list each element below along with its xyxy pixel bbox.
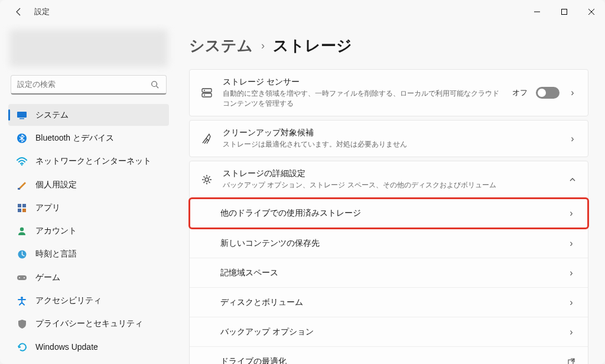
svg-rect-12 — [22, 209, 26, 212]
settings-window: 設定 システム Bluetooth とデバイス ネットワーク — [0, 0, 605, 364]
sidebar-item-label: ネットワークとインターネット — [35, 156, 151, 167]
svg-point-16 — [19, 277, 20, 278]
svg-rect-15 — [17, 275, 27, 280]
storage-icon — [200, 86, 213, 99]
advanced-storage-card: ストレージの詳細設定 バックアップ オプション、ストレージ スペース、その他のデ… — [189, 161, 588, 364]
svg-point-13 — [20, 228, 24, 231]
sidebar-item-label: アカウント — [35, 226, 77, 236]
subrow-optimize-drives[interactable]: ドライブの最適化 — [190, 346, 588, 364]
svg-point-7 — [21, 164, 23, 166]
wifi-icon — [17, 156, 27, 167]
accessibility-icon — [17, 295, 27, 306]
subrow-backup-options[interactable]: バックアップ オプション › — [190, 317, 588, 346]
chevron-right-icon: › — [567, 297, 576, 308]
close-button[interactable] — [578, 2, 605, 21]
shield-icon — [17, 318, 27, 329]
breadcrumb-parent[interactable]: システム — [189, 35, 253, 56]
chevron-up-icon — [568, 176, 577, 184]
subrow-label: 記憶域スペース — [220, 268, 278, 278]
apps-icon — [17, 203, 27, 213]
bluetooth-icon — [17, 133, 27, 144]
sidebar-item-accounts[interactable]: アカウント — [8, 220, 169, 242]
subrow-label: バックアップ オプション — [220, 327, 314, 337]
svg-rect-9 — [18, 204, 21, 207]
subrow-label: 他のドライブでの使用済みストレージ — [220, 208, 361, 219]
svg-rect-11 — [18, 209, 21, 212]
svg-point-22 — [204, 95, 205, 96]
chevron-right-icon: › — [568, 134, 577, 144]
subrow-label: ドライブの最適化 — [220, 356, 287, 365]
sidebar-item-label: ゲーム — [35, 272, 60, 283]
profile-area[interactable] — [9, 30, 168, 67]
sidebar-item-label: アクセシビリティ — [35, 295, 102, 306]
svg-point-18 — [21, 297, 23, 299]
sidebar-item-label: システム — [35, 110, 69, 121]
storage-sense-row[interactable]: ストレージ センサー 自動的に空き領域を増やす、一時ファイルを削除する、ローカル… — [189, 69, 588, 116]
gear-icon — [200, 173, 213, 186]
sidebar-item-gaming[interactable]: ゲーム — [8, 266, 169, 288]
sidebar-item-accessibility[interactable]: アクセシビリティ — [8, 290, 169, 311]
svg-point-21 — [204, 90, 205, 91]
chevron-right-icon: › — [261, 40, 265, 52]
sidebar-item-time-language[interactable]: 時刻と言語 — [8, 243, 169, 265]
globe-clock-icon — [17, 249, 27, 259]
sidebar-item-network[interactable]: ネットワークとインターネット — [8, 151, 169, 173]
external-link-icon — [567, 358, 576, 365]
sidebar-item-privacy[interactable]: プライバシーとセキュリティ — [8, 313, 169, 335]
svg-rect-10 — [22, 204, 26, 207]
subrow-other-drives[interactable]: 他のドライブでの使用済みストレージ › — [190, 199, 588, 228]
subrow-disks-volumes[interactable]: ディスクとボリューム › — [190, 287, 588, 317]
svg-point-17 — [24, 277, 25, 278]
sidebar-item-personalization[interactable]: 個人用設定 — [8, 174, 169, 196]
svg-line-3 — [157, 86, 159, 89]
toggle-label: オフ — [512, 87, 528, 98]
svg-rect-19 — [202, 89, 212, 92]
subrow-storage-spaces[interactable]: 記憶域スペース › — [190, 258, 588, 287]
sidebar-item-system[interactable]: システム — [8, 104, 169, 126]
sidebar-item-bluetooth[interactable]: Bluetooth とデバイス — [8, 127, 169, 149]
sidebar-item-label: アプリ — [35, 203, 60, 213]
row-subtitle: バックアップ オプション、ストレージ スペース、その他のディスクおよびボリューム — [223, 180, 558, 190]
brush-icon — [17, 180, 27, 190]
svg-rect-1 — [562, 9, 567, 15]
system-icon — [17, 110, 27, 121]
search-icon — [149, 79, 160, 90]
chevron-right-icon: › — [567, 268, 576, 278]
svg-point-23 — [205, 178, 209, 181]
advanced-storage-header[interactable]: ストレージの詳細設定 バックアップ オプション、ストレージ スペース、その他のデ… — [190, 161, 588, 197]
advanced-subitems: 他のドライブでの使用済みストレージ › 新しいコンテンツの保存先 › 記憶域スペ… — [190, 199, 588, 364]
row-title: クリーンアップ対象候補 — [223, 128, 558, 138]
svg-rect-4 — [17, 112, 27, 118]
titlebar: 設定 — [0, 0, 605, 24]
storage-sense-toggle[interactable] — [536, 87, 560, 99]
chevron-right-icon: › — [567, 208, 576, 219]
update-icon — [17, 342, 27, 352]
sidebar-item-label: 個人用設定 — [35, 180, 77, 190]
sidebar-item-label: Windows Update — [35, 342, 98, 352]
svg-rect-5 — [19, 118, 24, 119]
back-button[interactable] — [8, 1, 30, 22]
sidebar-item-label: プライバシーとセキュリティ — [35, 318, 143, 329]
sidebar-item-windows-update[interactable]: Windows Update — [8, 336, 169, 358]
svg-rect-20 — [202, 93, 212, 97]
chevron-right-icon: › — [567, 238, 576, 249]
breadcrumb: システム › ストレージ — [189, 35, 588, 56]
subrow-label: ディスクとボリューム — [220, 297, 303, 308]
row-subtitle: ストレージは最適化されています。対処は必要ありません — [223, 139, 558, 150]
maximize-button[interactable] — [551, 2, 578, 21]
sidebar-item-label: 時刻と言語 — [35, 249, 77, 259]
window-controls — [523, 2, 605, 21]
subrow-new-content[interactable]: 新しいコンテンツの保存先 › — [190, 228, 588, 258]
subrow-label: 新しいコンテンツの保存先 — [220, 238, 320, 249]
minimize-button[interactable] — [523, 2, 551, 21]
search-box[interactable] — [11, 75, 167, 95]
sidebar-item-apps[interactable]: アプリ — [8, 197, 169, 219]
chevron-right-icon: › — [568, 87, 577, 98]
svg-point-2 — [152, 82, 157, 87]
search-input[interactable] — [17, 80, 149, 89]
row-subtitle: 自動的に空き領域を増やす、一時ファイルを削除する、ローカルで利用可能なクラウド … — [223, 89, 503, 109]
main-content: システム › ストレージ ストレージ センサー 自動的に空き領域を増やす、一時フ… — [177, 24, 605, 364]
cleanup-row[interactable]: クリーンアップ対象候補 ストレージは最適化されています。対処は必要ありません › — [189, 120, 588, 157]
chevron-right-icon: › — [567, 327, 576, 337]
sidebar: システム Bluetooth とデバイス ネットワークとインターネット 個人用設… — [0, 24, 177, 364]
